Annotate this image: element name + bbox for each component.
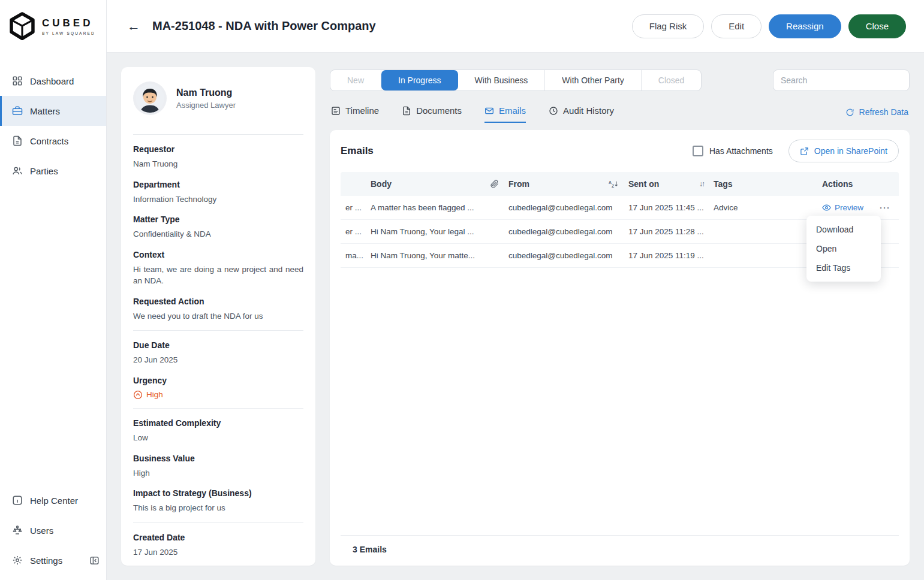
field-created-date: Created Date 17 Jun 2025 xyxy=(133,533,303,558)
info-icon xyxy=(12,495,23,506)
status-tab-with-business[interactable]: With Business xyxy=(458,70,546,90)
field-context: Context Hi team, we are doing a new proj… xyxy=(133,250,303,287)
urgency-text: High xyxy=(146,390,163,399)
emails-panel: Emails Has Attachments Open in SharePoin xyxy=(330,130,910,566)
sidebar-item-parties[interactable]: Parties xyxy=(0,156,106,186)
status-tab-new[interactable]: New xyxy=(330,70,381,90)
field-label: Department xyxy=(133,180,303,189)
sidebar-item-label: Users xyxy=(30,525,53,536)
sidebar-item-dashboard[interactable]: Dashboard xyxy=(0,66,106,96)
has-attachments-filter[interactable]: Has Attachments xyxy=(693,146,773,156)
tab-emails[interactable]: Emails xyxy=(484,105,526,123)
document-icon xyxy=(12,135,23,146)
sidebar-item-label: Matters xyxy=(30,106,60,116)
column-body[interactable]: Body xyxy=(366,179,504,189)
field-due-date: Due Date 20 Jun 2025 xyxy=(133,340,303,366)
brand-title: CUBED xyxy=(42,17,95,29)
field-business-value: Business Value High xyxy=(133,454,303,479)
has-attachments-label: Has Attachments xyxy=(709,146,773,156)
refresh-data-button[interactable]: Refresh Data xyxy=(845,107,908,123)
history-clock-icon xyxy=(549,106,558,116)
checkbox-unchecked[interactable] xyxy=(693,146,703,156)
cell-clipped: er ... xyxy=(341,203,366,212)
urgency-high-icon xyxy=(133,390,143,400)
status-tab-closed[interactable]: Closed xyxy=(642,70,702,90)
cell-tags: Advice xyxy=(709,203,817,212)
field-value: High xyxy=(133,467,303,479)
people-icon xyxy=(12,165,23,176)
sort-arrows-icon[interactable]: ↓↑ xyxy=(699,180,704,188)
cell-from: cubedlegal@cubedlegal.com xyxy=(504,203,624,212)
column-from[interactable]: From AZ xyxy=(504,179,624,189)
field-value: This is a big project for us xyxy=(133,502,303,514)
emails-header: Emails Has Attachments Open in SharePoin xyxy=(341,140,899,162)
reassign-button[interactable]: Reassign xyxy=(769,14,841,38)
status-segmented-control: New In Progress With Business With Other… xyxy=(330,70,702,91)
open-in-sharepoint-button[interactable]: Open in SharePoint xyxy=(788,140,899,162)
sidebar-nav: Dashboard Matters Contracts Parties xyxy=(0,66,106,186)
users-icon xyxy=(12,525,23,536)
emails-footer: 3 Emails xyxy=(341,535,899,560)
paperclip-icon[interactable] xyxy=(490,180,499,188)
brand-subtitle: BY LAW SQUARED xyxy=(42,31,95,35)
context-menu-item-download[interactable]: Download xyxy=(806,220,881,239)
sidebar-item-users[interactable]: Users xyxy=(0,515,106,545)
field-label: Impact to Strategy (Business) xyxy=(133,488,303,498)
sidebar-spacer xyxy=(0,186,106,485)
back-arrow-icon[interactable]: ← xyxy=(125,17,143,35)
sidebar-item-contracts[interactable]: Contracts xyxy=(0,126,106,156)
context-menu-item-edit-tags[interactable]: Edit Tags xyxy=(806,258,881,277)
sidebar-item-label: Contracts xyxy=(30,136,68,146)
tab-audit-history[interactable]: Audit History xyxy=(549,105,614,123)
column-label: Body xyxy=(371,179,392,189)
assignee-role: Assigned Lawyer xyxy=(176,101,236,110)
cell-body: Hi Nam Truong, Your legal ... xyxy=(366,227,504,236)
tab-label: Emails xyxy=(499,105,526,116)
open-in-sharepoint-label: Open in SharePoint xyxy=(814,146,887,156)
tab-label: Documents xyxy=(416,105,462,116)
flag-risk-button[interactable]: Flag Risk xyxy=(632,14,705,38)
status-tab-in-progress[interactable]: In Progress xyxy=(381,70,458,90)
svg-text:Z: Z xyxy=(612,184,614,188)
column-sent-on[interactable]: Sent on ↓↑ xyxy=(624,179,709,189)
sidebar-item-label: Help Center xyxy=(30,496,78,506)
cell-sent-on: 17 Jun 2025 11:19 ... xyxy=(624,251,709,260)
field-label: Context xyxy=(133,250,303,259)
content-tabs: Timeline Documents Emails xyxy=(330,105,910,123)
close-button[interactable]: Close xyxy=(848,14,906,38)
search-input[interactable] xyxy=(773,70,910,91)
field-value: 17 Jun 2025 xyxy=(133,546,303,558)
context-menu-item-open[interactable]: Open xyxy=(806,239,881,258)
status-tab-with-other-party[interactable]: With Other Party xyxy=(545,70,641,90)
field-value: 20 Jun 2025 xyxy=(133,354,303,366)
svg-text:A: A xyxy=(609,180,612,185)
field-estimated-complexity: Estimated Complexity Low xyxy=(133,418,303,444)
right-column: ← MA-251048 - NDA with Power Company Fla… xyxy=(107,0,924,580)
avatar xyxy=(133,81,167,115)
field-label: Requestor xyxy=(133,144,303,154)
dashboard-icon xyxy=(12,75,23,86)
envelope-icon xyxy=(484,106,494,116)
collapse-sidebar-icon[interactable] xyxy=(88,554,100,566)
preview-button[interactable]: Preview xyxy=(822,203,863,212)
cell-from: cubedlegal@cubedlegal.com xyxy=(504,251,624,260)
more-actions-icon[interactable]: ⋯ xyxy=(879,203,890,213)
az-sort-icon[interactable]: AZ xyxy=(609,180,619,188)
sidebar-item-help-center[interactable]: Help Center xyxy=(0,485,106,515)
sidebar-item-settings[interactable]: Settings xyxy=(0,545,106,575)
field-value: Low xyxy=(133,432,303,444)
sidebar-item-matters[interactable]: Matters xyxy=(0,96,106,126)
refresh-label: Refresh Data xyxy=(859,107,908,117)
column-tags[interactable]: Tags xyxy=(709,179,817,189)
column-label: Actions xyxy=(822,179,853,189)
page-title: MA-251048 - NDA with Power Company xyxy=(152,19,376,33)
tab-timeline[interactable]: Timeline xyxy=(331,105,379,123)
field-label: Requested Action xyxy=(133,297,303,306)
assigned-lawyer: Nam Truong Assigned Lawyer xyxy=(133,79,303,126)
tab-documents[interactable]: Documents xyxy=(402,105,462,123)
table-header-row: Body From AZ xyxy=(341,172,899,196)
field-impact-strategy: Impact to Strategy (Business) This is a … xyxy=(133,488,303,514)
edit-button[interactable]: Edit xyxy=(711,14,762,38)
divider xyxy=(133,330,303,331)
field-value: Information Technology xyxy=(133,194,303,206)
